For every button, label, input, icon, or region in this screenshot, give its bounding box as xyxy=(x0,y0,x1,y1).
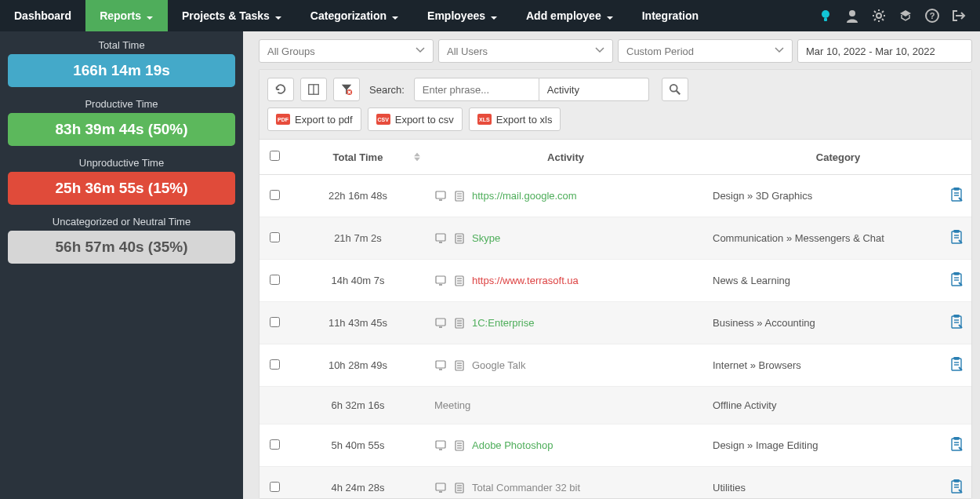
search-input[interactable] xyxy=(414,78,539,101)
topnav: DashboardReportsProjects & TasksCategori… xyxy=(0,0,980,31)
total-time-value: 166h 14m 19s xyxy=(8,54,235,87)
clear-filter-button[interactable] xyxy=(333,78,360,101)
cell-category: Communication » Messengers & Chat xyxy=(705,217,971,260)
search-button[interactable] xyxy=(662,78,688,101)
header-activity[interactable]: Activity xyxy=(426,140,705,175)
cell-activity: Google Talk xyxy=(426,344,705,387)
cell-category: News & Learning xyxy=(705,260,971,302)
cell-time: 10h 28m 49s xyxy=(289,344,426,387)
row-checkbox[interactable] xyxy=(270,317,280,327)
activity-link[interactable]: Adobe Photoshop xyxy=(472,439,553,451)
cell-category: Offline Activity xyxy=(705,387,971,424)
gear-icon[interactable] xyxy=(872,9,886,23)
neutral-time-value: 56h 57m 40s (35%) xyxy=(8,231,235,264)
unproductive-time-label: Unproductive Time xyxy=(8,157,235,169)
monitor-icon[interactable] xyxy=(434,440,447,451)
total-time-block: Total Time 166h 14m 19s xyxy=(8,39,235,87)
cell-category: Design » Image Editing xyxy=(705,424,971,467)
nav-add-employee[interactable]: Add employee xyxy=(512,0,628,31)
table-row: 10h 28m 49s Google Talk Internet » Brows… xyxy=(260,344,971,387)
refresh-button[interactable] xyxy=(267,78,294,101)
row-checkbox[interactable] xyxy=(270,359,280,370)
chevron-down-icon xyxy=(391,12,399,20)
header-category[interactable]: Category xyxy=(705,140,971,175)
nav-reports[interactable]: Reports xyxy=(85,0,168,31)
cell-time: 21h 7m 2s xyxy=(289,217,426,260)
header-total-time[interactable]: Total Time xyxy=(289,140,426,175)
monitor-icon[interactable] xyxy=(434,360,447,371)
doc-icon[interactable] xyxy=(453,483,466,494)
monitor-icon[interactable] xyxy=(434,275,447,286)
cell-category: Business » Accounting xyxy=(705,302,971,344)
unproductive-time-value: 25h 36m 55s (15%) xyxy=(8,172,235,205)
nav-categorization[interactable]: Categorization xyxy=(296,0,413,31)
doc-icon[interactable] xyxy=(453,191,466,202)
row-checkbox[interactable] xyxy=(270,482,280,492)
nav-employees[interactable]: Employees xyxy=(413,0,512,31)
help-icon[interactable] xyxy=(925,9,939,23)
edit-icon[interactable] xyxy=(949,319,964,331)
activity-link[interactable]: https://www.terrasoft.ua xyxy=(472,275,579,286)
activity-link[interactable]: Total Commander 32 bit xyxy=(472,482,580,494)
cell-time: 5h 40m 55s xyxy=(289,424,426,467)
columns-button[interactable] xyxy=(300,78,327,101)
date-range-select[interactable]: Mar 10, 2022 - Mar 10, 2022 xyxy=(797,39,972,63)
cell-category: Design » 3D Graphics xyxy=(705,175,971,217)
activity-link[interactable]: Google Talk xyxy=(472,359,525,371)
total-time-label: Total Time xyxy=(8,39,235,51)
doc-icon[interactable] xyxy=(453,318,466,329)
cell-category: Internet » Browsers xyxy=(705,344,971,387)
activity-link[interactable]: Skype xyxy=(472,232,500,244)
edit-icon[interactable] xyxy=(949,362,964,373)
monitor-icon[interactable] xyxy=(434,318,447,329)
nav-integration[interactable]: Integration xyxy=(628,0,713,31)
nav-dashboard[interactable]: Dashboard xyxy=(0,0,85,31)
user-select[interactable]: All Users xyxy=(438,39,613,63)
doc-icon[interactable] xyxy=(453,233,466,244)
period-select-value: Custom Period xyxy=(626,46,694,57)
header-checkbox[interactable] xyxy=(260,140,289,175)
row-checkbox[interactable] xyxy=(270,439,280,450)
unproductive-time-block: Unproductive Time 25h 36m 55s (15%) xyxy=(8,157,235,205)
cell-time: 22h 16m 48s xyxy=(289,175,426,217)
edit-icon[interactable] xyxy=(949,484,964,496)
cell-activity: 1C:Enterprise xyxy=(426,302,705,344)
lightbulb-icon[interactable] xyxy=(818,9,833,23)
activity-link[interactable]: https://mail.google.com xyxy=(472,190,577,202)
table-row: 6h 32m 16s Meeting Offline Activity xyxy=(260,387,971,424)
productive-time-label: Productive Time xyxy=(8,98,235,110)
activity-link[interactable]: 1C:Enterprise xyxy=(472,317,534,329)
sidebar: Total Time 166h 14m 19s Productive Time … xyxy=(0,31,243,499)
search-scope-value: Activity xyxy=(547,84,579,96)
date-range-value: Mar 10, 2022 - Mar 10, 2022 xyxy=(806,46,935,57)
cell-time: 4h 24m 28s xyxy=(289,467,426,499)
monitor-icon[interactable] xyxy=(434,483,447,494)
doc-icon[interactable] xyxy=(453,440,466,451)
doc-icon[interactable] xyxy=(453,360,466,371)
period-select[interactable]: Custom Period xyxy=(618,39,793,63)
csv-icon: CSV xyxy=(376,114,390,125)
row-checkbox[interactable] xyxy=(270,232,280,242)
monitor-icon[interactable] xyxy=(434,233,447,244)
group-select-value: All Groups xyxy=(267,46,315,57)
row-checkbox[interactable] xyxy=(270,275,280,285)
monitor-icon[interactable] xyxy=(434,191,447,202)
export-csv-button[interactable]: CSVExport to csv xyxy=(368,107,463,131)
export-xls-button[interactable]: XLSExport to xls xyxy=(469,107,561,131)
nav-projects-tasks[interactable]: Projects & Tasks xyxy=(168,0,296,31)
doc-icon[interactable] xyxy=(453,275,466,286)
edit-icon[interactable] xyxy=(949,192,964,204)
neutral-time-label: Uncategorized or Neutral Time xyxy=(8,216,235,228)
activity-link[interactable]: Meeting xyxy=(434,399,470,411)
export-pdf-button[interactable]: PDFExport to pdf xyxy=(267,107,361,131)
logout-icon[interactable] xyxy=(952,9,966,23)
edit-icon[interactable] xyxy=(949,277,964,289)
row-checkbox[interactable] xyxy=(270,190,280,200)
pdf-icon: PDF xyxy=(276,114,290,125)
edit-icon[interactable] xyxy=(949,235,964,246)
user-icon[interactable] xyxy=(845,9,859,23)
search-scope-select[interactable]: Activity xyxy=(539,78,649,101)
group-select[interactable]: All Groups xyxy=(259,39,434,63)
edit-icon[interactable] xyxy=(949,442,964,453)
graduate-icon[interactable] xyxy=(898,9,913,23)
